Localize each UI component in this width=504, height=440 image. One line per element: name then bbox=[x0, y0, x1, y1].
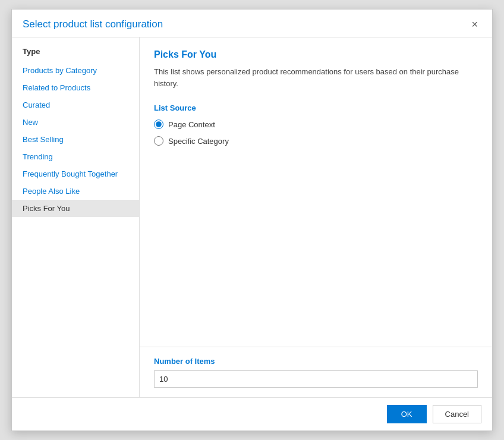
sidebar-item-new[interactable]: New bbox=[12, 114, 139, 131]
specific-category-label: Specific Category bbox=[168, 137, 229, 146]
list-source-label: List Source bbox=[154, 103, 478, 112]
sidebar-item-frequently-bought-together[interactable]: Frequently Bought Together bbox=[12, 165, 139, 183]
page-context-radio[interactable] bbox=[154, 120, 163, 129]
sidebar-header: Type bbox=[12, 45, 139, 62]
close-button[interactable]: × bbox=[468, 18, 481, 31]
ok-button[interactable]: OK bbox=[387, 405, 427, 423]
sidebar-item-related-to-products[interactable]: Related to Products bbox=[12, 79, 139, 96]
dialog-header: Select product list configuration × bbox=[12, 10, 492, 37]
sidebar-item-trending[interactable]: Trending bbox=[12, 148, 139, 165]
number-of-items-input[interactable] bbox=[154, 370, 478, 388]
sidebar-item-picks-for-you[interactable]: Picks For You bbox=[12, 200, 139, 217]
sidebar: Type Products by Category Related to Pro… bbox=[12, 37, 140, 397]
radio-option-page-context[interactable]: Page Context bbox=[154, 120, 478, 129]
main-content: Picks For You This list shows personaliz… bbox=[140, 37, 492, 347]
cancel-button[interactable]: Cancel bbox=[433, 405, 481, 423]
sidebar-item-best-selling[interactable]: Best Selling bbox=[12, 131, 139, 148]
footer-section: Number of Items bbox=[140, 347, 492, 397]
content-description: This list shows personalized product rec… bbox=[154, 66, 478, 89]
sidebar-item-products-by-category[interactable]: Products by Category bbox=[12, 62, 139, 79]
sidebar-item-curated[interactable]: Curated bbox=[12, 96, 139, 114]
radio-option-specific-category[interactable]: Specific Category bbox=[154, 136, 478, 146]
page-context-label: Page Context bbox=[168, 120, 215, 129]
number-of-items-label: Number of Items bbox=[154, 357, 478, 366]
dialog: Select product list configuration × Type… bbox=[11, 9, 493, 431]
specific-category-radio[interactable] bbox=[154, 136, 163, 146]
radio-group: Page Context Specific Category bbox=[154, 120, 478, 146]
content-title: Picks For You bbox=[154, 49, 478, 60]
dialog-footer: OK Cancel bbox=[12, 397, 492, 430]
sidebar-item-people-also-like[interactable]: People Also Like bbox=[12, 183, 139, 200]
dialog-title: Select product list configuration bbox=[23, 18, 163, 30]
dialog-body: Type Products by Category Related to Pro… bbox=[12, 37, 492, 397]
